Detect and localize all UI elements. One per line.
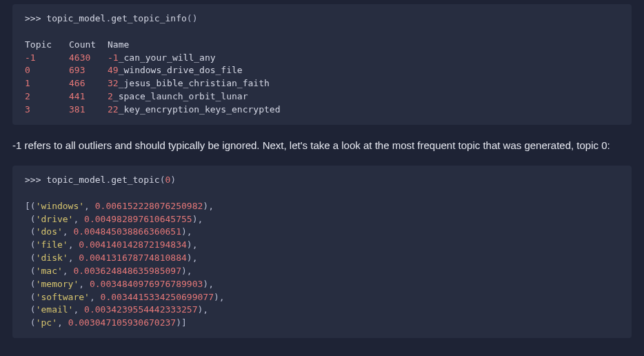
tuple-word: 'pc' [36,317,57,328]
table-row: 069349_windows_drive_dos_file [25,64,619,77]
tuple-value: 0.003624848635985097 [73,266,181,276]
list-open: ( [25,226,36,237]
tuple-value: 0.006152228076250982 [95,201,203,211]
tuple-value: 0.004131678774810884 [79,253,187,263]
table-row: -14630-1_can_your_will_any [25,52,619,65]
tuple-value: 0.003047105930670237 [68,317,177,328]
cell-name: -1_can_your_will_any [108,52,216,65]
tuple-close: ), [187,253,198,263]
tuple-close: ), [197,304,208,315]
list-open: ( [25,253,36,263]
code-parens: () [187,13,198,23]
tuple-value: 0.0034239554442333257 [84,304,197,315]
list-open: ( [25,239,36,250]
name-prefix-num: 2 [108,91,113,101]
comma: , [73,304,84,315]
comma: , [90,292,101,302]
col-header-topic: Topic [25,39,69,52]
comma: , [79,279,90,289]
code-method: get_topic [111,175,159,185]
tuple-word: 'email' [36,304,74,315]
comma: , [68,239,79,250]
tuple-close: ), [181,266,192,276]
cell-topic: 1 [25,77,69,90]
tuple-close: ), [187,239,198,250]
tuple-close: ), [192,214,203,224]
cell-count: 693 [69,64,108,77]
tuple-close: ), [214,292,225,302]
table-row: 24412_space_launch_orbit_lunar [25,90,619,103]
cell-name: 22_key_encryption_keys_encrypted [108,103,280,117]
tuple-word: 'software' [36,292,90,302]
cell-topic: 2 [25,90,69,103]
code-obj: topic_model [46,13,105,23]
name-suffix: _can_your_will_any [119,52,216,63]
prompt-symbol: >>> [25,13,46,23]
comma: , [68,253,79,263]
code-command: >>> topic_model.get_topic_info() [25,12,619,26]
paren-close: ) [170,175,176,185]
name-prefix-num: 49 [108,65,119,75]
table-row: 338122_key_encryption_keys_encrypted [25,103,619,117]
code-command: >>> topic_model.get_topic(0) [25,174,619,187]
col-header-name: Name [108,39,129,52]
name-suffix: _windows_drive_dos_file [119,65,243,75]
tuple-close: ), [203,201,214,211]
col-header-count: Count [69,39,108,52]
list-open: ( [25,214,36,224]
name-prefix-num: -1 [108,52,119,63]
comma: , [57,317,68,328]
comma: , [73,214,84,224]
tuple-value: 0.0034415334250699077 [101,292,214,302]
tuple-value: 0.0034840976976789903 [90,279,203,289]
comma: , [63,266,74,276]
table-body: -14630-1_can_your_will_any069349_windows… [25,52,619,117]
code-obj: topic_model [46,175,105,185]
name-prefix-num: 22 [108,104,119,115]
cell-name: 49_windows_drive_dos_file [108,64,243,77]
tuple-word: 'drive' [36,214,74,224]
spacer [25,187,619,200]
code-method: get_topic_info [111,13,187,23]
spacer [25,26,619,39]
tuple-word: 'mac' [36,266,63,276]
comma: , [84,201,95,211]
tuple-close: ), [181,226,192,237]
list-open: ( [25,317,36,328]
tuple-word: 'disk' [36,253,68,263]
list-open: [( [25,201,36,211]
table-row: 146632_jesus_bible_christian_faith [25,77,619,90]
cell-topic: 3 [25,103,69,117]
prose-paragraph: -1 refers to all outliers and should typ… [12,137,632,153]
tuple-value: 0.004140142872194834 [79,239,187,250]
cell-topic: 0 [25,64,69,77]
cell-count: 466 [69,77,108,90]
tuple-word: 'file' [36,239,68,250]
cell-count: 381 [69,103,108,117]
cell-count: 4630 [69,52,108,65]
cell-name: 32_jesus_bible_christian_faith [108,77,270,90]
tuple-value: 0.004845038866360651 [73,226,181,237]
list-open: ( [25,266,36,276]
list-open: ( [25,304,36,315]
tuple-word: 'windows' [36,201,84,211]
result-list: [('windows', 0.006152228076250982), ('dr… [25,200,619,330]
prompt-symbol: >>> [25,175,46,185]
tuple-word: 'memory' [36,279,79,289]
comma: , [63,226,74,237]
tuple-close: ), [203,279,214,289]
tuple-close: )] [176,317,187,328]
paren-open: ( [160,175,165,185]
name-prefix-num: 32 [108,78,119,88]
tuple-value: 0.004982897610645755 [84,214,192,224]
tuple-word: 'dos' [36,226,63,237]
list-open: ( [25,292,36,302]
code-block-get-topic: >>> topic_model.get_topic(0) [('windows'… [12,166,632,338]
list-open: ( [25,279,36,289]
cell-topic: -1 [25,52,69,65]
code-block-topic-info: >>> topic_model.get_topic_info() TopicCo… [12,4,632,125]
name-suffix: _space_launch_orbit_lunar [113,91,248,101]
name-suffix: _jesus_bible_christian_faith [119,78,270,88]
cell-count: 441 [69,90,108,103]
cell-name: 2_space_launch_orbit_lunar [108,90,248,103]
